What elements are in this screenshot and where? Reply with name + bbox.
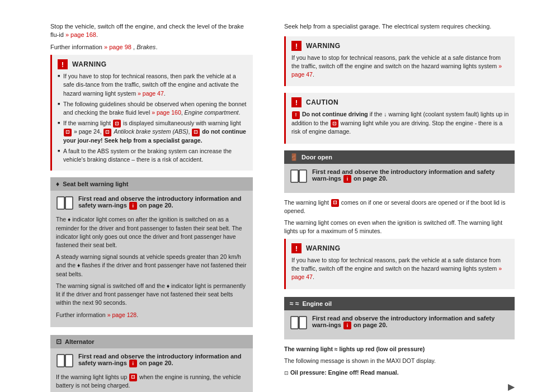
svg-rect-1 — [65, 197, 73, 209]
svg-rect-3 — [57, 355, 64, 367]
book-icon-seat-belt — [56, 195, 74, 211]
intro-link-168[interactable]: » page 168 — [65, 31, 96, 38]
engine-oil-warning-light: The warning light ≈ lights up red (low o… — [284, 345, 515, 353]
seat-belt-header: ♦ Seat belt warning light — [50, 177, 253, 191]
warning-light-icon-3: ⊡ — [192, 129, 200, 136]
engine-oil-section: ≈ ≈ Engine oil First read and observe th… — [284, 297, 515, 339]
warning-icon-left: ! — [58, 59, 68, 69]
door-open-content: First read and observe the introductory … — [284, 164, 515, 193]
seat-belt-section: ♦ Seat belt warning light First read and… — [50, 177, 253, 327]
seat-belt-read-first-text: First read and observe the introductory … — [78, 195, 247, 210]
engine-oil-read-first: First read and observe the introductory … — [290, 315, 509, 330]
warning-icon-right-2: ! — [291, 243, 302, 253]
read-first-icon-sb: i — [129, 202, 137, 210]
engine-oil-title: Engine oil — [303, 300, 332, 307]
warning-icon-right-1: ! — [291, 41, 302, 51]
warning-light-icon-2: ⊡ — [64, 129, 72, 136]
seat-belt-p3: The warning signal is switched off and t… — [56, 282, 247, 308]
door-open-read-first: First read and observe the introductory … — [290, 168, 509, 184]
warning-bullet-1: If you have to stop for technical reason… — [58, 72, 247, 98]
next-arrow: ▶ — [284, 381, 515, 392]
svg-rect-4 — [65, 355, 73, 367]
book-icon-door — [290, 168, 308, 184]
right-intro-p1: Seek help from a specialist garage. The … — [284, 22, 515, 31]
caution-box: ! CAUTION ! Do not continue driving if t… — [284, 93, 515, 143]
engine-oil-content: First read and observe the introductory … — [284, 310, 515, 339]
door-open-title: Door open — [302, 154, 332, 160]
warning-bullet-4: A fault to the ABS system or the braking… — [58, 147, 247, 164]
caution-body: ! Do not continue driving if the ↓ warni… — [291, 110, 509, 135]
warning-title-left: WARNING — [72, 60, 107, 68]
warning-light-icon-1: ⊡ — [113, 120, 121, 127]
alternator-content: First read and observe the introductory … — [50, 348, 253, 392]
alt-warning-icon: ⊡ — [129, 374, 137, 381]
door-open-section: 🚪 Door open First read and observe the i… — [284, 150, 515, 193]
alternator-p1: If the warning light lights up ⊡ when th… — [56, 373, 247, 390]
svg-rect-9 — [291, 317, 298, 329]
warning-box-right-1: ! WARNING If you have to stop for techni… — [284, 36, 515, 86]
warning-header-left: ! WARNING — [58, 59, 247, 69]
warning-body-right-1: If you have to stop for technical reason… — [291, 54, 509, 78]
warning-body-right-2: If you have to stop for technical reason… — [291, 256, 509, 281]
door-open-p2: The warning light comes on even when the… — [284, 219, 515, 235]
left-column: Stop the vehicle, switch off the engine,… — [0, 22, 268, 392]
warning-title-right-1: WARNING — [306, 42, 341, 50]
caution-light-icon: ⊡ — [331, 120, 338, 127]
alternator-section: ⊡ Alternator First read and observe the … — [50, 335, 253, 392]
read-first-icon-oil: i — [343, 322, 351, 329]
read-first-icon-door: i — [343, 175, 351, 183]
warning-body-left: If you have to stop for technical reason… — [58, 72, 247, 164]
warning-bullet-2: The following guidelines should be obser… — [58, 100, 247, 117]
seat-belt-p1: The ♦ indicator light comes on after the… — [56, 215, 247, 249]
seat-belt-read-first: First read and observe the introductory … — [56, 195, 247, 211]
engine-oil-maxi-dot: The following message is shown in the MA… — [284, 357, 515, 365]
book-icon-oil — [290, 315, 308, 330]
intro-link-98[interactable]: » page 98 — [104, 44, 131, 50]
warning-title-right-2: WARNING — [306, 244, 341, 252]
left-intro-p2: Further information » page 98 , Brakes. — [50, 43, 253, 51]
book-icon-alternator — [56, 353, 74, 369]
right-column: Seek help from a specialist garage. The … — [268, 22, 537, 392]
svg-rect-0 — [57, 197, 64, 209]
warning-bullet-3: If the warning light ⊡ is displayed simu… — [58, 119, 247, 145]
alternator-read-first: First read and observe the introductory … — [56, 353, 247, 369]
engine-oil-icon: ≈ ≈ — [290, 300, 299, 308]
door-light-icon: ⊡ — [331, 199, 339, 207]
alternator-icon: ⊡ — [56, 338, 62, 346]
alternator-title: Alternator — [65, 338, 95, 345]
abs-icon: ⊡ — [103, 129, 111, 136]
caution-warning-icon: ! — [292, 111, 300, 119]
warning-box-right-2: ! WARNING If you have to stop for techni… — [284, 239, 515, 289]
warning-header-right-2: ! WARNING — [291, 243, 509, 253]
seat-belt-link[interactable]: » page 128 — [107, 311, 137, 318]
seat-belt-content: First read and observe the introductory … — [50, 191, 253, 327]
seat-belt-icon: ♦ — [56, 180, 59, 188]
seat-belt-title: Seat belt warning light — [63, 181, 128, 187]
seat-belt-p2: A steady warning signal sounds at vehicl… — [56, 253, 247, 278]
alternator-header: ⊡ Alternator — [50, 335, 253, 348]
door-open-icon: 🚪 — [290, 153, 298, 161]
door-open-p1: The warning light ⊡ comes on if one or s… — [284, 199, 515, 215]
alternator-read-first-text: First read and observe the introductory … — [78, 353, 247, 367]
warning-header-right-1: ! WARNING — [291, 41, 509, 51]
engine-oil-read-first-text: First read and observe the introductory … — [312, 315, 509, 329]
svg-rect-7 — [299, 170, 307, 182]
svg-rect-10 — [299, 317, 307, 329]
engine-oil-header: ≈ ≈ Engine oil — [284, 297, 515, 310]
caution-title: CAUTION — [306, 98, 338, 106]
door-open-header: 🚪 Door open — [284, 150, 515, 164]
caution-icon: ! — [291, 97, 302, 107]
svg-rect-6 — [291, 170, 298, 182]
engine-oil-pressure: ⊡ Oil pressure: Engine off! Read manual. — [284, 369, 515, 377]
door-open-read-first-text: First read and observe the introductory … — [312, 168, 509, 183]
caution-header: ! CAUTION — [291, 97, 509, 107]
read-first-icon-alt: i — [129, 360, 137, 367]
warning-box-left: ! WARNING If you have to stop for techni… — [50, 55, 253, 171]
seat-belt-further-info: Further information » page 128. — [56, 311, 247, 319]
left-intro-p1: Stop the vehicle, switch off the engine,… — [50, 22, 253, 40]
